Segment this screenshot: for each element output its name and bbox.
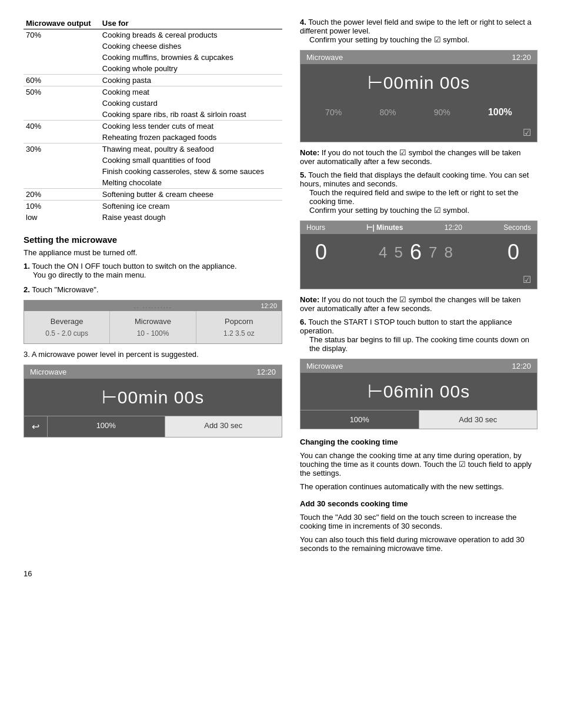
power-panel-label: Microwave (306, 53, 343, 62)
power-pct-option[interactable]: 70% (325, 108, 342, 117)
add-30-sec-cell[interactable]: Add 30 sec (165, 416, 282, 437)
right-column: 4. Touch the power level field and swipe… (300, 18, 537, 557)
add30-text2: You can also touch this field during mic… (300, 535, 537, 553)
add30-text1: Touch the "Add 30 sec" field on the touc… (300, 513, 537, 530)
left-column: Microwave output Use for 70%Cooking brea… (24, 18, 282, 557)
minute-option[interactable]: 5 (395, 243, 403, 262)
power-use: Cooking spare ribs, rib roast & sirloin … (100, 109, 282, 121)
ui-panel-1-label: Microwave (30, 368, 66, 376)
menu-cell-value: 1.2 3.5 oz (201, 329, 277, 338)
menu-panel-body: Beverage0.5 - 2.0 cupsMicrowave10 - 100%… (24, 311, 282, 343)
note-1-text: If you do not touch the ☑ symbol the cha… (300, 148, 520, 166)
note-2: Note: If you do not touch the ☑ symbol t… (300, 295, 537, 313)
time-minutes-col[interactable]: 45678 (342, 240, 490, 265)
power-panel: Microwave 12:20 ⊢00min 00s 70%80%90%100%… (300, 50, 537, 142)
time-col-seconds: Seconds (503, 223, 531, 232)
power-pct: 50% (24, 86, 100, 98)
power-use: Cooking cheese dishes (100, 41, 282, 52)
step-4-subtext: Confirm your setting by touching the ☑ s… (309, 35, 537, 44)
menu-time: 12:20 (261, 302, 277, 309)
setting-heading: Setting the microwave (24, 235, 282, 245)
power-use: Thawing meat, poultry & seafood (100, 143, 282, 155)
power-pct-empty (24, 132, 100, 143)
step-2-num: 2. (24, 285, 30, 294)
minute-option[interactable]: 4 (379, 243, 387, 262)
step-3-text: 3. A microwave power level in percent is… (24, 350, 199, 359)
power-pct-option[interactable]: 80% (379, 108, 396, 117)
power-pct: 40% (24, 121, 100, 132)
changing-text: You can change the cooking time at any t… (300, 451, 537, 477)
page-layout: Microwave output Use for 70%Cooking brea… (24, 18, 537, 557)
power-level-cell[interactable]: 100% (48, 416, 165, 437)
ui-panel-2: Microwave 12:20 ⊢06min 00s 100% Add 30 s… (300, 359, 537, 429)
power-pct-empty (24, 41, 100, 52)
power-panel-header: Microwave 12:20 (300, 51, 537, 64)
menu-cell[interactable]: Popcorn1.2 3.5 oz (196, 311, 282, 343)
power-use: Cooking pasta (100, 75, 282, 86)
step-4: 4. Touch the power level field and swipe… (300, 18, 537, 44)
step-6-num: 6. (300, 318, 306, 326)
page-number: 16 (24, 569, 537, 578)
minute-option[interactable]: 6 (410, 240, 422, 265)
step-4-num: 4. (300, 18, 306, 26)
step-5-subtext2: Confirm your setting by touching the ☑ s… (309, 206, 537, 215)
time-panel-body: 0456780 (300, 234, 537, 271)
step-2: 2. Touch "Microwave". (24, 285, 282, 294)
power-pct: low (24, 212, 100, 223)
step-6-subtext: The status bar begins to fill up. The co… (309, 335, 537, 353)
ui-panel-2-add30[interactable]: Add 30 sec (419, 410, 537, 429)
power-checkmark[interactable]: ☑ (300, 123, 537, 142)
ui-panel-2-power[interactable]: 100% (300, 410, 419, 429)
time-panel-header: Hours ⊢| Minutes 12:20 Seconds (300, 221, 537, 234)
step-3: 3. A microwave power level in percent is… (24, 350, 282, 359)
power-use: Cooking muffins, brownies & cupcakes (100, 52, 282, 63)
power-panel-body: 70%80%90%100% (300, 101, 537, 123)
minute-option[interactable]: 8 (444, 243, 452, 262)
time-col-hours: Hours (306, 223, 325, 232)
ui-panel-2-label: Microwave (306, 362, 343, 370)
seconds-value: 0 (490, 240, 537, 265)
menu-cell-title: Popcorn (201, 317, 277, 326)
menu-cell-value: 10 - 100% (115, 329, 191, 338)
minute-option[interactable]: 7 (429, 243, 437, 262)
power-pct: 20% (24, 189, 100, 201)
ui-panel-1-footer: ↩ 100% Add 30 sec (24, 416, 282, 437)
power-use: Cooking meat (100, 86, 282, 98)
power-pct: 70% (24, 29, 100, 41)
power-pct-empty (24, 98, 100, 109)
menu-cell[interactable]: Microwave10 - 100% (110, 311, 196, 343)
back-button[interactable]: ↩ (24, 416, 48, 437)
setting-subtext: The appliance must be turned off. (24, 248, 282, 257)
menu-cell[interactable]: Beverage0.5 - 2.0 cups (24, 311, 110, 343)
power-use: Cooking less tender cuts of meat (100, 121, 282, 132)
ui-panel-1-header: Microwave 12:20 (24, 365, 282, 379)
time-seconds-col[interactable]: 0 (490, 240, 537, 265)
step-5-num: 5. (300, 171, 306, 179)
note-1-label: Note: (300, 148, 319, 157)
time-col-time: 12:20 (445, 223, 462, 232)
power-pct-option[interactable]: 100% (488, 107, 512, 118)
power-use: Raise yeast dough (100, 212, 282, 223)
time-checkmark[interactable]: ☑ (300, 271, 537, 289)
menu-cell-title: Microwave (115, 317, 191, 326)
step-4-text: Touch the power level field and swipe to… (300, 18, 532, 35)
power-table: Microwave output Use for 70%Cooking brea… (24, 18, 282, 223)
menu-panel-header: .. .......... 12:20 (24, 300, 282, 311)
step-1-subtext: You go directly to the main menu. (33, 271, 282, 279)
power-pct: 60% (24, 75, 100, 86)
note-2-label: Note: (300, 295, 319, 304)
note-1: Note: If you do not touch the ☑ symbol t… (300, 148, 537, 166)
ui-panel-1-time: 12:20 (256, 368, 276, 376)
power-pct-empty (24, 177, 100, 189)
changing-heading: Changing the cooking time (300, 438, 537, 446)
power-pct-option[interactable]: 90% (434, 108, 450, 117)
power-pct-empty (24, 63, 100, 75)
ui-panel-2-main: ⊢06min 00s (300, 373, 537, 410)
time-hours-col[interactable]: 0 (300, 240, 342, 265)
changing-subtext: The operation continues automatically wi… (300, 482, 537, 491)
col-header-output: Microwave output (24, 18, 100, 29)
ui-panel-1-main: ⊢00min 00s (24, 379, 282, 416)
ui-panel-2-footer: 100% Add 30 sec (300, 410, 537, 429)
power-use: Cooking whole poultry (100, 63, 282, 75)
hours-value: 0 (300, 240, 342, 265)
